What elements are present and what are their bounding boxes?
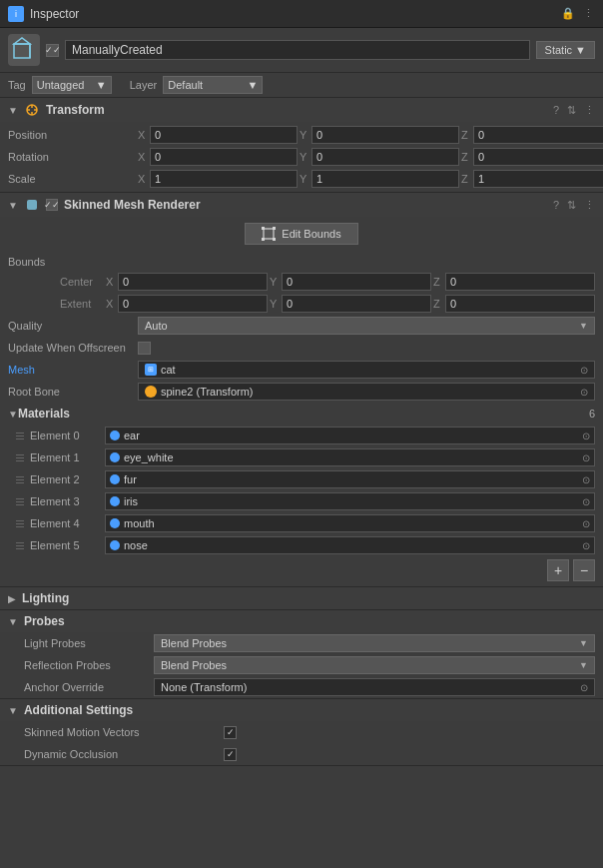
material-target-icon[interactable]: ⊙ — [582, 431, 590, 441]
element-label: Element 3 — [30, 495, 105, 507]
material-ref-field[interactable]: iris ⊙ — [105, 492, 595, 510]
materials-header: ▼ Materials 6 — [0, 403, 603, 425]
remove-material-button[interactable]: − — [573, 559, 595, 581]
dynamic-occlusion-row: Dynamic Occlusion — [0, 743, 603, 765]
static-chevron: ▼ — [575, 44, 586, 56]
center-x-input[interactable] — [118, 273, 268, 291]
center-y-label: Y — [270, 276, 280, 288]
scale-label: Scale — [8, 173, 138, 185]
additional-settings-title: Additional Settings — [24, 703, 133, 717]
smr-align-icon[interactable]: ⇅ — [567, 199, 576, 212]
extent-x-input[interactable] — [118, 295, 268, 313]
material-ref-field[interactable]: eye_white ⊙ — [105, 448, 595, 466]
smr-active-checkbox[interactable]: ✓ — [46, 199, 58, 211]
material-target-icon[interactable]: ⊙ — [582, 540, 590, 551]
materials-count: 6 — [589, 408, 595, 420]
scale-y-label: Y — [300, 173, 309, 185]
tag-value: Untagged — [37, 79, 85, 91]
transform-header[interactable]: ▼ Transform ? ⇅ ⋮ — [0, 98, 603, 122]
extent-y-input[interactable] — [282, 295, 431, 313]
svg-rect-8 — [27, 200, 37, 210]
skinned-motion-vectors-checkbox[interactable] — [224, 726, 237, 739]
position-z-label: Z — [461, 129, 471, 141]
transform-help-icon[interactable]: ? — [553, 104, 559, 116]
position-z-input[interactable] — [473, 126, 603, 144]
lighting-chevron: ▶ — [8, 593, 16, 604]
anchor-override-row: Anchor Override None (Transform) ⊙ — [0, 676, 603, 698]
dynamic-occlusion-checkbox[interactable] — [224, 748, 237, 761]
quality-value: Auto — [145, 320, 168, 332]
extent-z-input[interactable] — [445, 295, 595, 313]
position-label: Position — [8, 129, 138, 141]
lighting-title: Lighting — [22, 591, 69, 605]
object-name-input[interactable] — [65, 40, 530, 60]
root-bone-type-icon — [145, 386, 157, 398]
add-material-button[interactable]: + — [547, 559, 569, 581]
svg-rect-10 — [262, 227, 265, 230]
position-y-input[interactable] — [311, 126, 459, 144]
root-bone-value: spine2 (Transform) — [161, 386, 254, 398]
title-bar-text: Inspector — [30, 7, 79, 21]
reflection-probes-row: Reflection Probes Blend Probes ▼ — [0, 654, 603, 676]
tag-label: Tag — [8, 79, 26, 91]
scale-x-input[interactable] — [150, 170, 298, 188]
probes-header[interactable]: ▼ Probes — [0, 610, 603, 632]
rotation-y-input[interactable] — [311, 148, 459, 166]
lock-icon[interactable]: 🔒 — [561, 7, 575, 21]
position-y-field: Y — [300, 126, 459, 144]
root-bone-target-icon[interactable]: ⊙ — [580, 387, 588, 398]
scale-z-label: Z — [461, 173, 471, 185]
transform-icon — [24, 102, 40, 118]
reflection-probes-dropdown[interactable]: Blend Probes ▼ — [154, 656, 595, 674]
extent-z-field: Z — [433, 295, 595, 313]
material-ref-field[interactable]: nose ⊙ — [105, 536, 595, 554]
smr-chevron: ▼ — [8, 200, 18, 211]
material-ref-field[interactable]: mouth ⊙ — [105, 514, 595, 532]
transform-align-icon[interactable]: ⇅ — [567, 104, 576, 117]
skinned-mesh-renderer-component: ▼ ✓ Skinned Mesh Renderer ? ⇅ ⋮ Edit Bou… — [0, 193, 603, 587]
mesh-target-icon[interactable]: ⊙ — [580, 365, 588, 376]
material-ref-field[interactable]: fur ⊙ — [105, 470, 595, 488]
position-x-input[interactable] — [150, 126, 298, 144]
material-target-icon[interactable]: ⊙ — [582, 474, 590, 485]
material-target-icon[interactable]: ⊙ — [582, 452, 590, 463]
rotation-x-input[interactable] — [150, 148, 298, 166]
material-row: Element 1 eye_white ⊙ — [0, 446, 603, 468]
materials-list: Element 0 ear ⊙ Element 1 eye_white ⊙ — [0, 425, 603, 556]
rotation-value: X Y Z — [138, 148, 603, 166]
center-z-input[interactable] — [445, 273, 595, 291]
edit-bounds-button[interactable]: Edit Bounds — [245, 223, 357, 245]
material-ref-field[interactable]: ear ⊙ — [105, 427, 595, 444]
center-y-input[interactable] — [282, 273, 431, 291]
material-type-icon — [110, 540, 120, 550]
additional-settings-header[interactable]: ▼ Additional Settings — [0, 699, 603, 721]
inspector-icon: i — [8, 6, 24, 22]
tag-dropdown[interactable]: Untagged ▼ — [32, 76, 112, 94]
skinned-mesh-renderer-header[interactable]: ▼ ✓ Skinned Mesh Renderer ? ⇅ ⋮ — [0, 193, 603, 217]
material-target-icon[interactable]: ⊙ — [582, 496, 590, 507]
scale-y-input[interactable] — [311, 170, 459, 188]
object-active-checkbox[interactable]: ✓ — [46, 44, 59, 57]
layer-dropdown[interactable]: Default ▼ — [163, 76, 263, 94]
material-value: ear — [124, 430, 582, 441]
material-type-icon — [110, 452, 120, 462]
object-3d-icon — [8, 34, 40, 66]
update-offscreen-checkbox[interactable] — [138, 342, 151, 355]
smr-menu-icon[interactable]: ⋮ — [584, 199, 595, 212]
object-header: ✓ Static ▼ — [0, 28, 603, 73]
position-x-label: X — [138, 129, 148, 141]
rotation-y-label: Y — [300, 151, 309, 163]
smr-help-icon[interactable]: ? — [553, 199, 559, 211]
anchor-override-target-icon[interactable]: ⊙ — [580, 682, 588, 693]
svg-rect-12 — [262, 238, 265, 241]
lighting-header[interactable]: ▶ Lighting — [0, 587, 603, 609]
light-probes-dropdown[interactable]: Blend Probes ▼ — [154, 634, 595, 652]
rotation-z-input[interactable] — [473, 148, 603, 166]
material-target-icon[interactable]: ⊙ — [582, 518, 590, 529]
extent-x-field: X — [106, 295, 268, 313]
transform-menu-icon[interactable]: ⋮ — [584, 104, 595, 117]
quality-dropdown[interactable]: Auto ▼ — [138, 317, 595, 335]
menu-icon[interactable]: ⋮ — [581, 7, 595, 21]
static-button[interactable]: Static ▼ — [536, 41, 595, 59]
scale-z-input[interactable] — [473, 170, 603, 188]
